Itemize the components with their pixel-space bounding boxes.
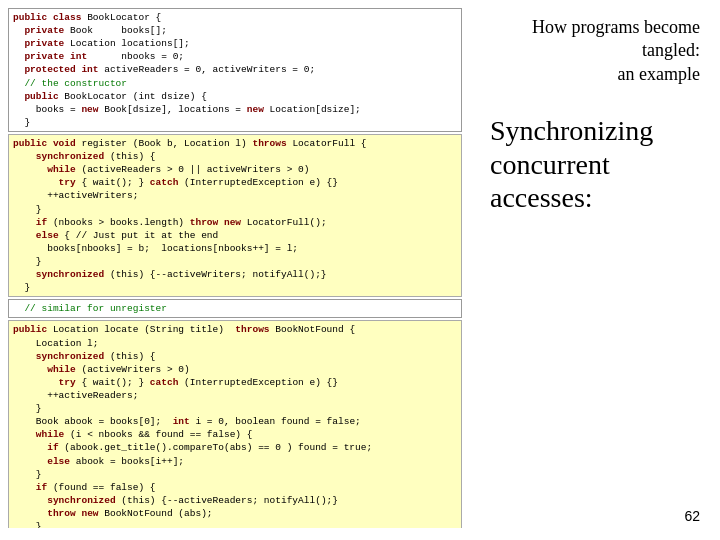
subtitle-line2: concurrent accesses:	[490, 149, 610, 214]
code-class-outer: public class BookLocator { private Book …	[8, 8, 462, 132]
code-register-block: public void register (Book b, Location l…	[8, 134, 462, 297]
slide-title: How programs become tangled: an example	[490, 16, 700, 86]
subtitle-line1: Synchronizing	[490, 115, 653, 146]
code-comment-unregister: // similar for unregister	[8, 299, 462, 318]
page-number: 62	[684, 508, 700, 524]
title-line1: How programs become tangled:	[532, 17, 700, 60]
code-locate-block: public Location locate (String title) th…	[8, 320, 462, 528]
right-panel: How programs become tangled: an example …	[470, 0, 720, 540]
title-line2: an example	[618, 64, 700, 84]
code-container: public class BookLocator { private Book …	[8, 8, 462, 528]
slide-subtitle: Synchronizing concurrent accesses:	[490, 114, 700, 215]
left-panel: public class BookLocator { private Book …	[0, 0, 470, 540]
